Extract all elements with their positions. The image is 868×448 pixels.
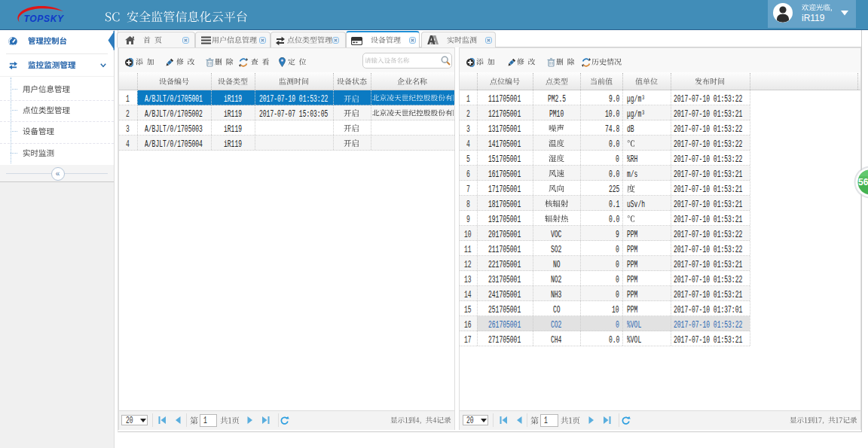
svg-text:TOPSKY: TOPSKY — [24, 14, 65, 24]
